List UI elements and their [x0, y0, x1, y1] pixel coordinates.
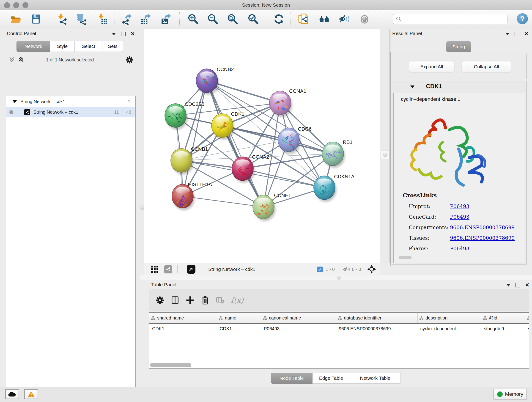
table-cell[interactable]: stringdb [525, 323, 529, 334]
node-CCNA1[interactable] [269, 91, 292, 117]
import-network-icon[interactable] [57, 13, 68, 25]
node-CCNA2[interactable] [232, 157, 255, 183]
right-splitter-handle-box[interactable] [381, 150, 389, 159]
import-network-from-database-icon[interactable] [76, 13, 87, 25]
column-header-namespace[interactable]: namespace [525, 313, 529, 323]
search-input[interactable] [401, 16, 507, 22]
column-header-description[interactable]: description [418, 313, 481, 323]
panel-menu-icon[interactable] [506, 284, 510, 287]
add-column-icon[interactable] [186, 296, 195, 305]
right-splitter-handle[interactable] [383, 153, 387, 157]
cloud-status-button[interactable] [5, 389, 19, 399]
expand-all-chevron-icon[interactable] [17, 56, 24, 63]
network-canvas[interactable]: CCNB2CCNA1CDC25BCDK1CDC6RB1CCNB1CCNA2CDK… [144, 29, 380, 263]
refresh-icon[interactable] [273, 13, 285, 25]
tab-network-table[interactable]: Network Table [350, 373, 401, 384]
network-collection-row[interactable]: String Network – cdk1 1 [6, 96, 135, 107]
tab-style[interactable]: Style [50, 41, 75, 52]
tab-network[interactable]: Network [17, 41, 50, 52]
zoom-in-icon[interactable] [187, 13, 199, 25]
column-header-@id[interactable]: @id [481, 313, 525, 323]
tab-select[interactable]: Select [75, 41, 102, 52]
warnings-button[interactable] [24, 389, 38, 399]
import-table-icon[interactable] [97, 13, 108, 25]
node-RB1[interactable] [322, 142, 345, 168]
tissues-link[interactable]: 9606.ENSP00000378699 [450, 235, 515, 241]
panel-close-icon[interactable]: ✕ [524, 32, 528, 36]
homes-icon[interactable] [318, 13, 330, 25]
node-CDC25B[interactable] [165, 104, 188, 130]
selected-checkbox-icon[interactable] [317, 267, 323, 272]
column-header-shared-name[interactable]: shared name [149, 313, 217, 323]
grid-view-icon[interactable] [151, 265, 158, 273]
help-button[interactable]: ? [517, 13, 528, 24]
table-cell[interactable]: stringdb:9... [481, 323, 525, 334]
horizontal-splitter-handle[interactable] [337, 276, 341, 280]
table-row[interactable]: CDK1CDK1P064939606.ENSP00000378699cyclin… [149, 323, 529, 334]
node-CDC6[interactable] [278, 128, 301, 154]
search-box[interactable] [393, 14, 507, 24]
network-row-selected[interactable]: String Network – cdk1 11 48 [6, 107, 135, 117]
export-image-icon[interactable] [160, 13, 172, 25]
string-network-graph[interactable]: CCNB2CCNA1CDC25BCDK1CDC6RB1CCNB1CCNA2CDK… [144, 29, 380, 263]
genecard-link[interactable]: P06493 [450, 214, 469, 220]
hide-panels-icon[interactable] [339, 13, 350, 25]
node-HIST1H1A[interactable] [172, 184, 195, 211]
tab-string[interactable]: String [446, 41, 471, 52]
column-header-name[interactable]: name [217, 313, 261, 323]
export-table-icon[interactable] [140, 13, 152, 25]
node-CDKN1A[interactable] [314, 176, 336, 202]
column-header-database-identifier[interactable]: database identifier [336, 313, 418, 323]
node-CDK1[interactable] [211, 114, 234, 140]
node-CCNE1[interactable] [253, 195, 276, 221]
zoom-fit-icon[interactable] [227, 13, 238, 25]
collection-expand-icon[interactable] [13, 100, 17, 103]
panel-menu-icon[interactable] [112, 33, 116, 35]
panel-float-icon[interactable] [515, 283, 520, 287]
compartments-link[interactable]: 9606.ENSP00000378699 [450, 225, 515, 230]
panel-float-icon[interactable] [121, 32, 126, 36]
node-table[interactable]: shared namenamecanonical namedatabase id… [149, 312, 529, 369]
network-options-gear-icon[interactable] [125, 56, 134, 64]
delete-column-icon[interactable] [201, 296, 210, 305]
node-CCNB2[interactable] [196, 69, 219, 95]
memory-button[interactable]: Memory [494, 389, 527, 400]
table-cell[interactable]: 9606.ENSP00000378699 [336, 323, 418, 334]
panel-float-icon[interactable] [515, 32, 519, 36]
table-horizontal-scrollbar[interactable] [150, 363, 191, 367]
show-columns-icon[interactable] [171, 296, 180, 305]
panel-close-icon[interactable]: ✕ [131, 32, 135, 36]
table-cell[interactable]: P06493 [261, 323, 336, 334]
panel-menu-icon[interactable] [505, 33, 510, 35]
table-settings-gear-icon[interactable] [155, 296, 165, 305]
table-cell[interactable]: cyclin–dependent ... [418, 323, 481, 334]
uniprot-link[interactable]: P06493 [450, 204, 469, 209]
save-session-icon[interactable] [30, 13, 42, 25]
right-splitter[interactable] [380, 29, 390, 263]
tab-sets[interactable]: Sets [102, 41, 123, 52]
results-scrollbar-stub[interactable] [399, 256, 412, 259]
table-cell[interactable]: CDK1 [149, 323, 217, 334]
zoom-out-icon[interactable] [207, 13, 219, 25]
gene-expand-icon[interactable] [410, 85, 414, 88]
birdseye-navigator-icon[interactable] [367, 265, 376, 274]
column-header-canonical-name[interactable]: canonical name [261, 313, 336, 323]
table-cell[interactable]: CDK1 [217, 323, 261, 334]
left-splitter[interactable] [140, 29, 145, 263]
open-session-icon[interactable] [10, 13, 22, 25]
expand-all-button[interactable]: Expand All [409, 61, 454, 72]
collapse-all-chevron-icon[interactable] [8, 56, 15, 63]
show-eye-icon[interactable] [359, 13, 370, 25]
pharos-link[interactable]: P06493 [450, 246, 469, 251]
left-splitter-handle[interactable] [140, 205, 145, 210]
share-document-icon[interactable] [298, 13, 309, 25]
tab-edge-table[interactable]: Edge Table [312, 373, 350, 384]
collapse-all-button[interactable]: Collapse All [462, 61, 511, 72]
panel-close-icon[interactable]: ✕ [525, 283, 529, 287]
tab-node-table[interactable]: Node Table [271, 373, 312, 384]
detach-view-icon[interactable] [187, 265, 196, 274]
zoom-selected-icon[interactable] [247, 13, 259, 25]
hidden-eye-slash-icon[interactable] [343, 266, 350, 272]
export-network-icon[interactable] [121, 13, 133, 25]
network-share-view-icon[interactable] [164, 265, 172, 274]
